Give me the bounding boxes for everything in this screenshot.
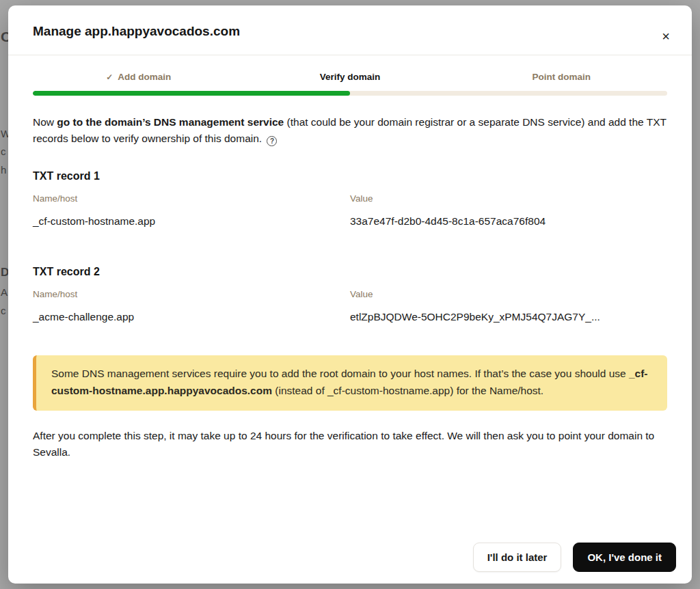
later-button[interactable]: I'll do it later bbox=[473, 543, 562, 572]
step-verify-domain: Verify domain bbox=[244, 72, 455, 82]
verification-note: After you complete this step, it may tak… bbox=[33, 428, 667, 461]
txt-value: etlZpBJQDWe-5OHC2P9beKy_xPMJ54Q7JAG7Y_..… bbox=[350, 311, 667, 323]
progress-bar bbox=[33, 91, 667, 96]
progress-fill bbox=[33, 91, 350, 96]
name-host-value: _cf-custom-hostname.app bbox=[33, 215, 350, 228]
txt-value: 33a7e47f-d2b0-4d45-8c1a-657aca76f804 bbox=[350, 215, 667, 228]
intro-bold: go to the domain’s DNS management servic… bbox=[57, 116, 284, 128]
stepper: ✓ Add domain Verify domain Point domain bbox=[8, 72, 692, 82]
callout-suffix: (instead of _cf-custom-hostname.app) for… bbox=[272, 385, 543, 396]
record-heading: TXT record 2 bbox=[33, 266, 667, 278]
record-grid: Name/host Value _acme-challenge.app etlZ… bbox=[33, 289, 667, 323]
step-label: Verify domain bbox=[320, 72, 381, 82]
modal-footer: I'll do it later OK, I've done it bbox=[473, 543, 676, 572]
close-icon[interactable]: × bbox=[655, 23, 677, 50]
page-text-fragment: h bbox=[1, 164, 6, 176]
step-label: Add domain bbox=[118, 72, 171, 82]
help-icon[interactable]: ? bbox=[267, 136, 277, 146]
modal-header: Manage app.happyavocados.com × bbox=[8, 5, 692, 55]
name-host-value: _acme-challenge.app bbox=[33, 311, 350, 323]
txt-record-2: TXT record 2 Name/host Value _acme-chall… bbox=[33, 266, 667, 323]
done-button[interactable]: OK, I've done it bbox=[573, 543, 676, 572]
manage-domain-modal: Manage app.happyavocados.com × ✓ Add dom… bbox=[8, 5, 692, 584]
value-label: Value bbox=[350, 193, 667, 204]
dns-root-domain-callout: Some DNS management services require you… bbox=[33, 355, 667, 411]
step-label: Point domain bbox=[533, 72, 591, 82]
record-grid: Name/host Value _cf-custom-hostname.app … bbox=[33, 193, 667, 228]
modal-title: Manage app.happyavocados.com bbox=[33, 24, 667, 39]
callout-prefix: Some DNS management services require you… bbox=[51, 368, 629, 379]
intro-prefix: Now bbox=[33, 116, 57, 128]
check-icon: ✓ bbox=[106, 72, 113, 82]
name-host-label: Name/host bbox=[33, 289, 350, 299]
page-text-fragment: c bbox=[1, 305, 6, 316]
note-prefix: After you complete this step, it may tak… bbox=[33, 430, 654, 441]
note-suffix: . bbox=[68, 446, 70, 458]
step-point-domain: Point domain bbox=[456, 72, 667, 82]
txt-record-1: TXT record 1 Name/host Value _cf-custom-… bbox=[33, 170, 667, 228]
brand-name: Sevalla bbox=[33, 446, 68, 458]
intro-text: Now go to the domain’s DNS management se… bbox=[33, 114, 667, 147]
value-label: Value bbox=[350, 289, 667, 299]
name-host-label: Name/host bbox=[33, 193, 350, 204]
page-text-fragment: c bbox=[1, 146, 6, 157]
page-text-fragment: A bbox=[1, 286, 8, 298]
record-heading: TXT record 1 bbox=[33, 170, 667, 182]
step-add-domain: ✓ Add domain bbox=[33, 72, 244, 82]
